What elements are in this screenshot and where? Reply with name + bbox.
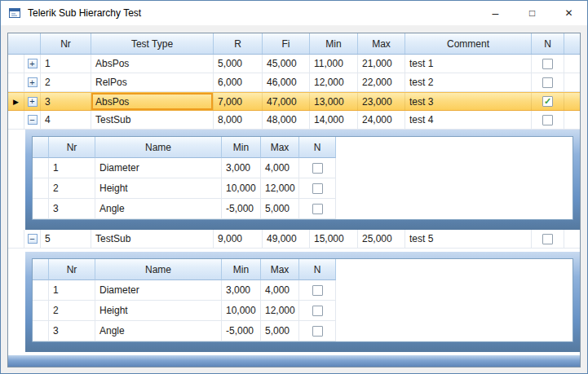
collapse-minus-icon[interactable]: − [28,115,38,125]
child-column-header-name[interactable]: Name [95,137,222,158]
titlebar[interactable]: Telerik Sub Hierarchy Test – □ ✕ [1,1,587,25]
row-header-cell[interactable]: ▶ [8,93,24,110]
child-column-header-nr[interactable]: Nr [49,137,95,158]
child-row-1[interactable]: 1 Diameter 3,000 4,000 [33,158,573,178]
child-cell-min[interactable]: -5,000 [222,199,261,219]
cell-comment[interactable]: test 2 [405,73,532,91]
cell-max[interactable]: 24,000 [358,111,405,129]
cell-max[interactable]: 22,000 [358,73,405,91]
minimize-button[interactable]: – [477,1,514,25]
child-column-header-max[interactable]: Max [261,259,299,280]
child-row-checkbox[interactable] [312,326,323,337]
cell-nr[interactable]: 4 [41,111,91,129]
app-icon[interactable] [8,7,21,20]
child-cell-name[interactable]: Diameter [95,158,222,178]
row-checkbox[interactable] [542,77,553,88]
row-header-cell[interactable] [8,73,24,91]
child-cell-max[interactable]: 12,000 [261,301,299,321]
column-header-test-type[interactable]: Test Type [91,33,214,54]
child-column-header-n[interactable]: N [299,137,336,158]
child-cell-name[interactable]: Angle [95,199,222,219]
child-cell-max[interactable]: 4,000 [261,158,299,178]
close-button[interactable]: ✕ [550,1,587,25]
child-row-header-cell[interactable] [33,158,49,178]
child-cell-min[interactable]: 10,000 [222,301,261,321]
row-checkbox[interactable] [542,59,553,69]
row-checkbox-checked[interactable]: ✓ [542,96,553,107]
cell-r[interactable]: 6,000 [214,73,263,91]
child-row-2[interactable]: 2 Height 10,000 12,000 [33,301,573,321]
cell-fi[interactable]: 46,000 [263,73,310,91]
row-header-cell[interactable] [8,230,24,248]
child-cell-max[interactable]: 12,000 [261,178,299,199]
cell-test-type[interactable]: TestSub [91,230,214,248]
child-row-checkbox[interactable] [312,285,323,296]
child-column-header-min[interactable]: Min [222,259,261,280]
cell-max[interactable]: 25,000 [358,230,405,248]
column-header-min[interactable]: Min [310,33,358,54]
child-row-header-cell[interactable] [33,178,49,199]
child-cell-max[interactable]: 4,000 [261,280,299,301]
main-row-5[interactable]: − 5 TestSub 9,000 49,000 15,000 25,000 t… [8,230,580,249]
child-row-3[interactable]: 3 Angle -5,000 5,000 [33,199,573,219]
child-column-header-max[interactable]: Max [261,137,299,158]
cell-fi[interactable]: 45,000 [263,55,310,73]
expand-plus-icon[interactable]: + [28,97,38,107]
child-row-1[interactable]: 1 Diameter 3,000 4,000 [33,280,573,301]
row-checkbox[interactable] [542,234,553,244]
cell-fi[interactable]: 47,000 [263,93,310,110]
child-cell-name[interactable]: Angle [95,321,222,341]
child-cell-nr[interactable]: 2 [49,178,95,199]
expand-plus-icon[interactable]: + [28,59,38,68]
cell-test-type[interactable]: RelPos [91,73,214,91]
cell-nr[interactable]: 5 [41,230,91,248]
cell-fi[interactable]: 48,000 [263,111,310,129]
cell-comment[interactable]: test 5 [405,230,532,248]
child-cell-name[interactable]: Diameter [95,280,222,301]
cell-nr[interactable]: 2 [41,73,91,91]
cell-test-type[interactable]: TestSub [91,111,214,129]
row-header-cell[interactable] [8,111,24,129]
cell-nr[interactable]: 3 [41,93,91,110]
cell-comment[interactable]: test 4 [405,111,532,129]
maximize-button[interactable]: □ [514,1,550,25]
cell-r[interactable]: 7,000 [214,93,263,110]
cell-r[interactable]: 5,000 [214,55,263,73]
child-cell-max[interactable]: 5,000 [261,199,299,219]
cell-min[interactable]: 15,000 [310,230,358,248]
child-cell-min[interactable]: 10,000 [222,178,261,199]
expand-plus-icon[interactable]: + [28,77,38,87]
cell-min[interactable]: 11,000 [310,55,358,73]
child-row-header-cell[interactable] [33,321,49,341]
child-row-checkbox[interactable] [312,204,323,214]
column-header-fi[interactable]: Fi [263,33,310,54]
cell-max[interactable]: 21,000 [358,55,405,73]
child-column-header-name[interactable]: Name [95,259,222,280]
column-header-max[interactable]: Max [358,33,405,54]
child-cell-nr[interactable]: 1 [49,280,95,301]
child-row-header-cell[interactable] [33,301,49,321]
child-cell-nr[interactable]: 3 [49,199,95,219]
child-column-header-n[interactable]: N [299,259,336,280]
child-cell-nr[interactable]: 3 [49,321,95,341]
child-column-header-nr[interactable]: Nr [49,259,95,280]
cell-fi[interactable]: 49,000 [263,230,310,248]
cell-min[interactable]: 12,000 [310,73,358,91]
cell-r[interactable]: 9,000 [214,230,263,248]
child-row-checkbox[interactable] [312,163,323,174]
column-header-n[interactable]: N [532,33,564,54]
child-row-2[interactable]: 2 Height 10,000 12,000 [33,178,573,199]
child-cell-name[interactable]: Height [95,178,222,199]
child-cell-name[interactable]: Height [95,301,222,321]
child-row-header-cell[interactable] [33,280,49,301]
row-checkbox[interactable] [542,115,553,125]
cell-max[interactable]: 23,000 [358,93,405,110]
column-header-nr[interactable]: Nr [41,33,91,54]
column-header-r[interactable]: R [214,33,263,54]
child-row-header-cell[interactable] [33,199,49,219]
child-cell-nr[interactable]: 1 [49,158,95,178]
child-row-3[interactable]: 3 Angle -5,000 5,000 [33,321,573,341]
child-row-checkbox[interactable] [312,306,323,316]
column-header-comment[interactable]: Comment [405,33,532,54]
row-header-cell[interactable] [8,55,24,73]
